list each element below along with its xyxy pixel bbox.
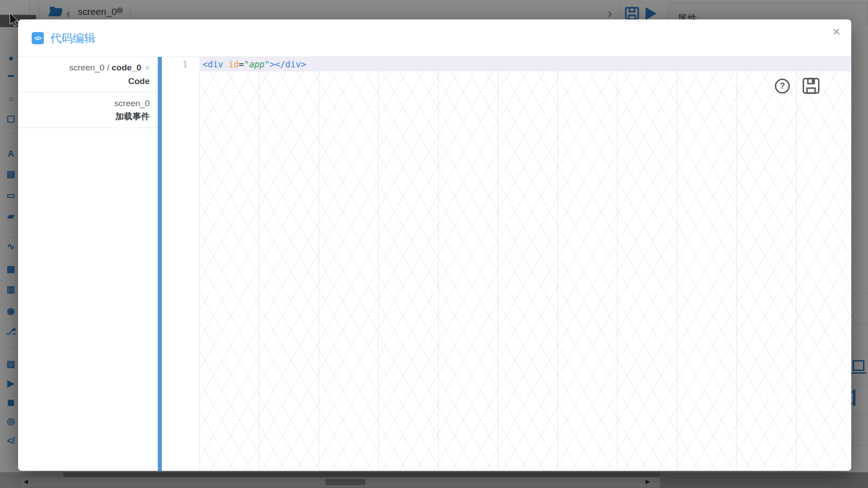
- code-editor-dialog: </> 代码编辑 × screen_0 / code_0× Code scree…: [18, 19, 851, 471]
- item-name: code_0: [112, 63, 141, 72]
- editor-accent-bar: [158, 57, 162, 471]
- code-token: "app": [244, 59, 270, 69]
- editor-grid-background: [199, 71, 851, 471]
- code-token: <div: [203, 59, 228, 69]
- dialog-title: 代码编辑: [50, 31, 95, 46]
- code-token: </div>: [275, 59, 306, 69]
- dialog-body: screen_0 / code_0× Code screen_0 加载事件 1 …: [18, 56, 851, 471]
- code-token: >: [270, 59, 275, 69]
- item-type-label: Code: [26, 75, 150, 88]
- code-line[interactable]: <div id="app"></div>: [199, 57, 851, 71]
- item-path: screen_0 /: [69, 63, 112, 72]
- dialog-header: </> 代码编辑 ×: [18, 19, 851, 56]
- line-number-gutter: 1: [162, 57, 199, 471]
- line-number: 1: [162, 57, 188, 71]
- code-list-sidebar: screen_0 / code_0× Code screen_0 加载事件: [18, 57, 158, 471]
- code-badge-icon: </>: [32, 32, 44, 44]
- code-token: id: [228, 59, 239, 69]
- help-icon[interactable]: ?: [775, 79, 790, 94]
- sidebar-item-code0[interactable]: screen_0 / code_0× Code: [18, 57, 158, 93]
- editor-toolbar: ?: [775, 76, 821, 95]
- item-close-icon[interactable]: ×: [145, 63, 150, 72]
- item-path: screen_0: [114, 99, 150, 108]
- close-icon[interactable]: ×: [832, 25, 840, 38]
- item-type-label: 加载事件: [26, 110, 150, 123]
- code-editor[interactable]: <div id="app"></div> ?: [199, 57, 851, 471]
- save-code-icon[interactable]: [802, 76, 821, 95]
- code-token: =: [239, 59, 244, 69]
- sidebar-item-screen0-load-event[interactable]: screen_0 加载事件: [18, 93, 158, 128]
